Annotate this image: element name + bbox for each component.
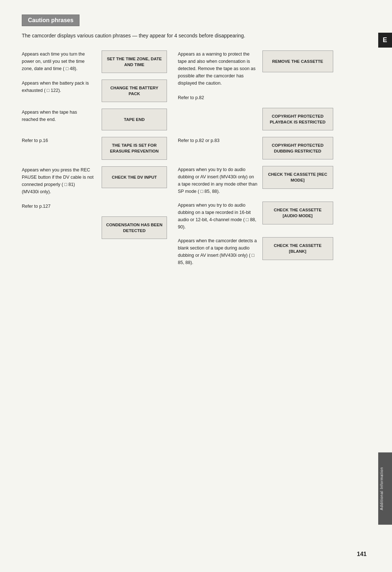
right-desc-1: Appears as a warning to protect the tape… xyxy=(178,50,261,101)
left-box-cell-2: CHANGE THE BATTERY PACK xyxy=(98,80,171,102)
right-item-3: Refer to p.82 or p.83 COPYRIGHT PROTECTE… xyxy=(178,137,370,159)
intro-text: The camcorder displays various caution p… xyxy=(22,32,370,40)
right-desc-4: Appears when you try to do audio dubbing… xyxy=(178,166,261,195)
left-desc-4: Refer to p.16 xyxy=(22,137,98,159)
caution-box-erasure: THE TAPE IS SET FOR ERASURE PREVENTION xyxy=(102,137,167,159)
page-number: 141 xyxy=(357,551,367,557)
caution-box-check-rec-mode: CHECK THE CASSETTE [REC MODE] xyxy=(262,166,333,188)
left-box-cell-3: TAPE END xyxy=(98,109,171,130)
right-desc-5: Appears when you try to do audio dubbing… xyxy=(178,202,261,231)
left-item-6: CONDENSATION HAS BEEN DETECTED xyxy=(22,216,178,239)
caution-box-check-blank: CHECK THE CASSETTE [BLANK] xyxy=(262,237,333,260)
left-desc-2: Appears when the battery pack is exhaust… xyxy=(22,80,98,102)
left-desc-6 xyxy=(22,216,98,239)
right-desc-6: Appears when the camcorder detects a bla… xyxy=(178,237,261,266)
section-header: Caution phrases xyxy=(22,15,79,26)
left-box-cell-5: CHECK THE DV INPUT xyxy=(98,166,171,210)
right-item-6: Appears when the camcorder detects a bla… xyxy=(178,237,370,266)
bottom-tab-additional: Additional Information xyxy=(378,453,392,525)
caution-box-tape-end: TAPE END xyxy=(102,109,167,130)
right-desc-2 xyxy=(178,108,261,130)
right-box-cell-5: CHECK THE CASSETTE [AUDIO MODE] xyxy=(261,202,334,231)
left-desc-5: Appears when you press the REC PAUSE but… xyxy=(22,166,98,210)
right-item-5: Appears when you try to do audio dubbing… xyxy=(178,202,370,231)
left-box-cell-4: THE TAPE IS SET FOR ERASURE PREVENTION xyxy=(98,137,171,159)
left-item-3: Appears when the tape has reached the en… xyxy=(22,109,178,130)
caution-box-remove-cassette: REMOVE THE CASSETTE xyxy=(262,50,333,72)
right-box-cell-6: CHECK THE CASSETTE [BLANK] xyxy=(261,237,334,266)
caution-box-check-audio-mode: CHECK THE CASSETTE [AUDIO MODE] xyxy=(262,202,333,224)
main-content: Appears each time you turn the power on,… xyxy=(22,50,370,273)
left-box-cell-6: CONDENSATION HAS BEEN DETECTED xyxy=(98,216,171,239)
right-item-2: COPYRIGHT PROTECTED PLAYBACK IS RESTRICT… xyxy=(178,108,370,130)
left-column: Appears each time you turn the power on,… xyxy=(22,50,178,273)
right-column: Appears as a warning to protect the tape… xyxy=(178,50,370,273)
left-desc-1: Appears each time you turn the power on,… xyxy=(22,50,98,73)
left-item-1: Appears each time you turn the power on,… xyxy=(22,50,178,73)
caution-box-battery: CHANGE THE BATTERY PACK xyxy=(102,80,167,102)
right-box-cell-1: REMOVE THE CASSETTE xyxy=(261,50,334,101)
caution-box-set-time: SET THE TIME ZONE, DATE AND TIME xyxy=(102,50,167,73)
side-tab-e: E xyxy=(378,33,392,48)
left-item-4: Refer to p.16 THE TAPE IS SET FOR ERASUR… xyxy=(22,137,178,159)
right-desc-3: Refer to p.82 or p.83 xyxy=(178,137,261,159)
caution-box-copyright-dubbing: COPYRIGHT PROTECTED DUBBING RESTRICTED xyxy=(262,137,333,159)
right-box-cell-4: CHECK THE CASSETTE [REC MODE] xyxy=(261,166,334,195)
right-box-cell-3: COPYRIGHT PROTECTED DUBBING RESTRICTED xyxy=(261,137,334,159)
caution-box-dv-input: CHECK THE DV INPUT xyxy=(102,166,167,188)
caution-box-condensation: CONDENSATION HAS BEEN DETECTED xyxy=(102,216,167,239)
right-item-1: Appears as a warning to protect the tape… xyxy=(178,50,370,101)
caution-box-copyright-playback: COPYRIGHT PROTECTED PLAYBACK IS RESTRICT… xyxy=(262,108,333,130)
left-item-5: Appears when you press the REC PAUSE but… xyxy=(22,166,178,210)
page: E Caution phrases The camcorder displays… xyxy=(0,0,392,572)
right-item-4: Appears when you try to do audio dubbing… xyxy=(178,166,370,195)
right-box-cell-2: COPYRIGHT PROTECTED PLAYBACK IS RESTRICT… xyxy=(261,108,334,130)
left-box-cell-1: SET THE TIME ZONE, DATE AND TIME xyxy=(98,50,171,73)
left-item-2: Appears when the battery pack is exhaust… xyxy=(22,80,178,102)
left-desc-3: Appears when the tape has reached the en… xyxy=(22,109,98,130)
